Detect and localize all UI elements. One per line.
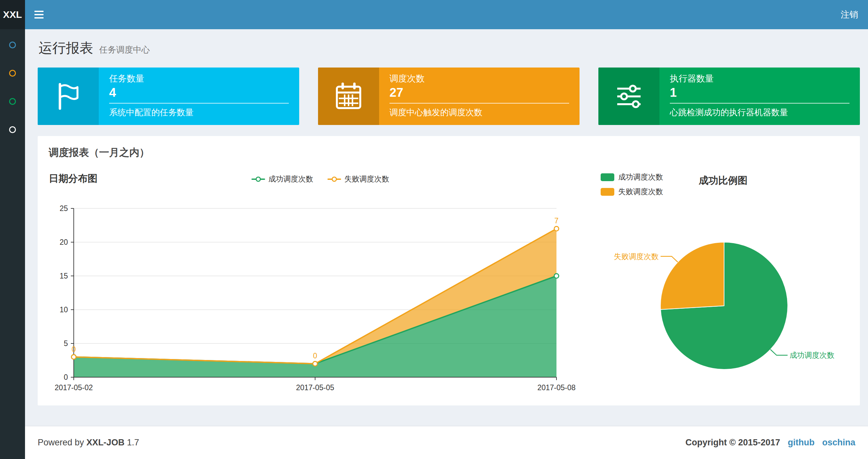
legend-item[interactable]: 失败调度次数: [328, 174, 389, 184]
divider: [390, 103, 569, 103]
svg-text:0: 0: [64, 373, 68, 382]
top-navbar: XXL 注销: [0, 0, 868, 29]
page-subtitle: 任务调度中心: [99, 45, 150, 55]
info-box-jobs: 任务数量 4 系统中配置的任务数量: [38, 67, 299, 125]
sidebar-item-3[interactable]: [9, 98, 16, 105]
info-box-value: 27: [390, 86, 569, 100]
info-box-label: 执行器数量: [670, 73, 849, 85]
charts-area: 日期分布图 成功调度次数 失败调度次数 05101520252017-05-02…: [38, 169, 860, 405]
info-box-description: 调度中心触发的调度次数: [390, 107, 569, 118]
line-chart-legend: 成功调度次数 失败调度次数: [213, 174, 428, 184]
info-box-description: 系统中配置的任务数量: [109, 107, 289, 118]
sidebar-item-4[interactable]: [9, 126, 16, 133]
hamburger-icon: [34, 11, 43, 12]
info-box-content: 调度次数 27 调度中心触发的调度次数: [379, 67, 580, 125]
sidebar-item-2[interactable]: [9, 70, 16, 76]
info-box-value: 1: [670, 86, 849, 100]
svg-text:2017-05-08: 2017-05-08: [537, 383, 576, 392]
line-legend-marker-icon: [328, 178, 341, 180]
pie-legend-swatch-icon: [601, 173, 614, 181]
divider: [670, 103, 849, 103]
info-box-description: 心跳检测成功的执行器机器数量: [670, 107, 849, 118]
pie-chart-title: 成功比例图: [684, 174, 762, 187]
sidebar: [0, 29, 25, 459]
info-box-label: 任务数量: [109, 73, 289, 85]
legend-item[interactable]: 成功调度次数: [251, 174, 313, 184]
product-version: 1.7: [127, 437, 140, 447]
panel-heading: 调度报表（一月之内）: [38, 136, 860, 159]
svg-text:10: 10: [59, 305, 68, 314]
svg-text:0: 0: [72, 345, 76, 354]
copyright-text: Copyright © 2015-2017: [685, 437, 780, 447]
page-title: 运行报表: [39, 40, 93, 56]
oschina-link[interactable]: oschina: [822, 437, 855, 447]
content-header: 运行报表 任务调度中心: [25, 29, 868, 57]
footer: Powered by XXL-JOB 1.7 Copyright © 2015-…: [25, 426, 868, 459]
product-name: XXL-JOB: [86, 437, 124, 447]
svg-text:7: 7: [555, 217, 559, 225]
svg-text:成功调度次数: 成功调度次数: [789, 351, 834, 359]
line-chart-title: 日期分布图: [49, 172, 97, 185]
svg-text:15: 15: [59, 272, 68, 280]
info-box-value: 4: [109, 86, 289, 100]
calendar-icon: [318, 67, 379, 125]
svg-text:2017-05-05: 2017-05-05: [296, 383, 334, 392]
info-box-content: 执行器数量 1 心跳检测成功的执行器机器数量: [659, 67, 860, 125]
flag-icon: [38, 67, 99, 125]
svg-text:失败调度次数: 失败调度次数: [614, 252, 659, 261]
powered-by-text: Powered by: [38, 437, 84, 447]
line-chart: 05101520252017-05-022017-05-052017-05-08…: [38, 185, 606, 405]
svg-text:20: 20: [59, 238, 68, 247]
info-box-content: 任务数量 4 系统中配置的任务数量: [99, 67, 299, 125]
report-panel: 调度报表（一月之内） 日期分布图 成功调度次数 失败调度次数 051015202…: [38, 136, 860, 405]
line-legend-marker-icon: [251, 178, 265, 180]
svg-text:0: 0: [313, 352, 317, 360]
sidebar-toggle-button[interactable]: [25, 0, 53, 29]
hamburger-icon: [34, 14, 43, 15]
logout-link[interactable]: 注销: [831, 0, 868, 29]
svg-text:2017-05-02: 2017-05-02: [55, 383, 93, 392]
info-box-executors: 执行器数量 1 心跳检测成功的执行器机器数量: [598, 67, 860, 125]
info-box-label: 调度次数: [390, 73, 569, 85]
sidebar-item-1[interactable]: [9, 41, 16, 48]
powered-by: Powered by XXL-JOB 1.7: [38, 437, 139, 448]
main-content: 运行报表 任务调度中心 任务数量 4 系统中配置的任务数量: [25, 29, 868, 426]
hamburger-icon: [34, 17, 43, 19]
divider: [109, 103, 289, 103]
info-box-triggers: 调度次数 27 调度中心触发的调度次数: [318, 67, 580, 125]
info-box-row: 任务数量 4 系统中配置的任务数量: [38, 67, 860, 125]
svg-text:5: 5: [64, 339, 68, 348]
pie-chart: 成功调度次数 失败调度次数: [590, 188, 860, 402]
svg-text:25: 25: [59, 204, 68, 212]
footer-right: Copyright © 2015-2017 github oschina: [685, 437, 855, 448]
app-logo[interactable]: XXL: [0, 0, 25, 29]
sliders-icon: [598, 67, 659, 125]
github-link[interactable]: github: [788, 437, 814, 447]
legend-item[interactable]: 成功调度次数: [601, 172, 663, 182]
